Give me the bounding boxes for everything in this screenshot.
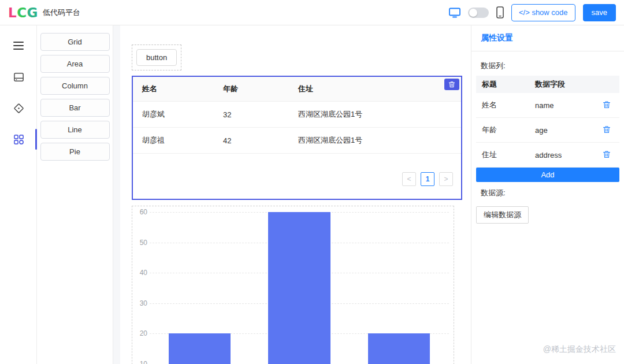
data-column-row: 姓名 name [476,93,619,118]
pagination-page-1[interactable]: 1 [421,172,434,186]
data-column-row: 年龄 age [476,118,619,143]
desktop-monitor-icon[interactable] [449,8,460,18]
toggle-knob [469,9,477,17]
add-column-button[interactable]: Add [476,168,619,182]
column-field-cell: age [529,118,594,143]
logo-letter-g: G [27,5,38,20]
bar-chart[interactable]: 605040302010 [132,206,454,364]
pagination-prev-button[interactable]: < [402,172,416,186]
column-field-cell: address [529,143,594,168]
top-header: LCG 低代码平台 </> show code save [0,0,624,25]
properties-panel: 属性设置 数据列: 标题 数据字段 姓名 n [471,25,624,364]
component-item-line[interactable]: Line [40,121,110,139]
sidebar-item-menu[interactable] [0,32,37,59]
y-axis-tick-label: 10 [135,360,147,364]
component-item-bar[interactable]: Bar [40,99,110,117]
edit-data-source-button[interactable]: 编辑数据源 [476,206,529,224]
left-icon-rail [0,25,37,364]
data-columns-table: 标题 数据字段 姓名 name 年龄 age [476,76,619,168]
sidebar-item-widgets-active[interactable] [0,126,37,153]
table-widget-selected[interactable]: 姓名 年龄 住址 胡彦斌 32 西湖区湖底公园1号 胡彦祖 [132,76,462,200]
canvas-gutter [113,25,120,364]
table-cell: 胡彦斌 [133,102,214,128]
table-row: 胡彦祖 42 西湖区湖底公园1号 [133,128,461,154]
pagination: < 1 > [133,154,461,199]
button-widget[interactable]: button [132,44,181,70]
save-button[interactable]: save [583,4,616,21]
table-column-header: 姓名 [133,77,214,102]
components-panel: Grid Area Column Bar Line Pie [37,25,113,364]
show-code-button[interactable]: </> show code [511,4,575,21]
juejin-watermark: @稀土掘金技术社区 [543,344,616,355]
y-axis-tick-label: 60 [135,208,147,216]
logo-letter-l: L [8,5,17,20]
table-cell: 42 [214,128,289,154]
pagination-next-button[interactable]: > [439,172,453,186]
chart-bar [268,212,330,364]
compass-diamond-icon [13,103,24,114]
platform-name: 低代码平台 [43,8,80,18]
y-axis-tick-label: 40 [135,269,147,277]
lowcode-platform-page: LCG 低代码平台 </> show code save [0,0,624,364]
table-cell: 32 [214,102,289,128]
props-column-header: 标题 [476,76,529,93]
properties-panel-body: 数据列: 标题 数据字段 姓名 name [471,51,624,229]
table-column-header: 年龄 [214,77,289,102]
header-actions: </> show code save [449,4,616,21]
y-axis-tick-label: 30 [135,299,147,307]
delete-column-button[interactable] [603,125,611,135]
props-column-header-actions [594,76,619,93]
column-title-cell: 年龄 [476,118,529,143]
data-columns-label: 数据列: [481,61,619,71]
chart-bar [368,333,430,364]
lcg-logo: LCG [8,5,38,20]
editor-canvas[interactable]: button 姓名 年龄 住址 [113,25,471,364]
data-source-label: 数据源: [481,188,619,198]
y-axis-tick-label: 20 [135,329,147,337]
component-item-column[interactable]: Column [40,77,110,95]
table-cell: 西湖区湖底公园1号 [289,128,461,154]
data-table: 姓名 年龄 住址 胡彦斌 32 西湖区湖底公园1号 胡彦祖 [133,77,461,154]
table-cell: 胡彦祖 [133,128,214,154]
main-body: Grid Area Column Bar Line Pie button [0,25,624,364]
column-title-cell: 住址 [476,143,529,168]
server-icon [13,72,24,83]
delete-column-button[interactable] [603,150,611,160]
sidebar-item-materials[interactable] [0,64,37,90]
column-title-cell: 姓名 [476,93,529,118]
props-column-header: 数据字段 [529,76,594,93]
hamburger-menu-icon [13,41,24,50]
table-row: 胡彦斌 32 西湖区湖底公园1号 [133,102,461,128]
mobile-phone-icon[interactable] [496,6,504,18]
component-item-area[interactable]: Area [40,55,110,73]
chart-bar [169,333,231,364]
sidebar-item-components[interactable] [0,95,37,121]
delete-widget-button[interactable] [444,79,459,90]
column-field-cell: name [529,93,594,118]
component-item-pie[interactable]: Pie [40,143,110,161]
logo-letter-c: C [17,5,27,20]
table-column-header: 住址 [289,77,461,102]
grid-apps-icon [13,134,24,145]
properties-panel-title: 属性设置 [471,25,624,51]
device-toggle-switch[interactable] [468,8,489,18]
button-widget-label[interactable]: button [136,49,177,66]
y-axis-tick-label: 50 [135,239,147,247]
table-cell: 西湖区湖底公园1号 [289,102,461,128]
component-item-grid[interactable]: Grid [40,33,110,51]
data-column-row: 住址 address [476,143,619,168]
delete-column-button[interactable] [603,101,611,110]
trash-icon [448,81,455,88]
